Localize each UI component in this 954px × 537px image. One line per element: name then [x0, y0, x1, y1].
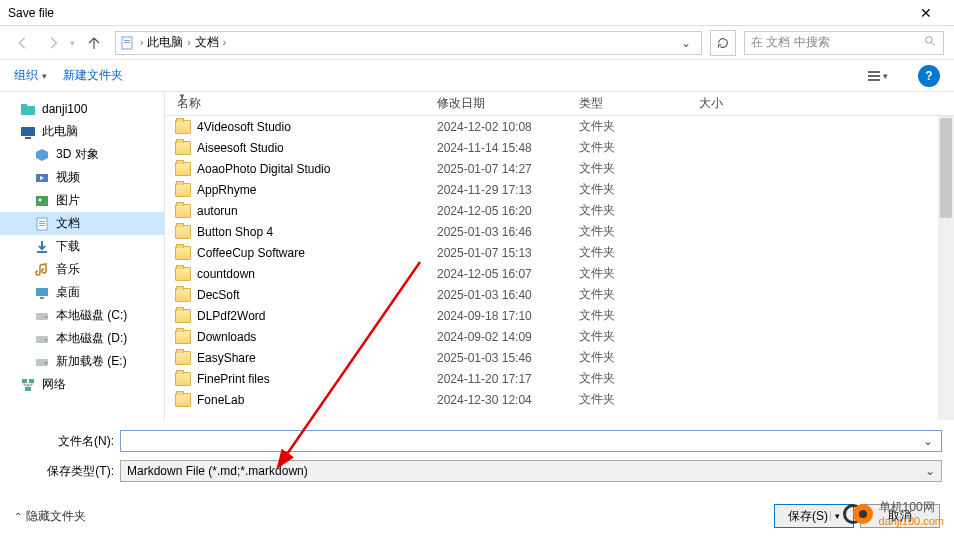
sidebar-item[interactable]: danji100: [0, 98, 164, 120]
file-row[interactable]: DecSoft2025-01-03 16:40文件夹: [165, 284, 954, 305]
sidebar-item[interactable]: 下载: [0, 235, 164, 258]
chevron-right-icon[interactable]: ›: [185, 37, 192, 48]
folder-icon: [175, 309, 191, 323]
file-row[interactable]: DLPdf2Word2024-09-18 17:10文件夹: [165, 305, 954, 326]
sidebar-item[interactable]: 3D 对象: [0, 143, 164, 166]
folder-icon: [175, 162, 191, 176]
footer: ⌃隐藏文件夹 保存(S)▾ 取消: [0, 496, 954, 536]
svg-rect-10: [21, 127, 35, 136]
file-type: 文件夹: [579, 370, 699, 387]
svg-rect-6: [868, 75, 880, 77]
file-row[interactable]: Downloads2024-09-02 14:09文件夹: [165, 326, 954, 347]
file-list[interactable]: 4Videosoft Studio2024-12-02 10:08文件夹Aise…: [165, 116, 954, 420]
titlebar: Save file ✕: [0, 0, 954, 26]
breadcrumb-item[interactable]: 文档: [195, 34, 219, 51]
documents-icon: [34, 216, 50, 232]
file-name: 4Videosoft Studio: [197, 120, 291, 134]
column-headers[interactable]: ▼ 名称 修改日期 类型 大小: [165, 92, 954, 116]
svg-rect-28: [22, 379, 27, 383]
chevron-right-icon[interactable]: ›: [138, 37, 145, 48]
network-icon: [20, 377, 36, 393]
sidebar-item[interactable]: 本地磁盘 (C:): [0, 304, 164, 327]
col-modified[interactable]: 修改日期: [425, 95, 567, 112]
file-row[interactable]: countdown2024-12-05 16:07文件夹: [165, 263, 954, 284]
recent-dropdown-icon[interactable]: ▾: [70, 38, 75, 48]
file-row[interactable]: CoffeeCup Software2025-01-07 15:13文件夹: [165, 242, 954, 263]
refresh-button[interactable]: [710, 30, 736, 56]
search-placeholder: 在 文档 中搜索: [751, 34, 830, 51]
sidebar-item[interactable]: 文档: [0, 212, 164, 235]
help-button[interactable]: ?: [918, 65, 940, 87]
svg-rect-20: [36, 288, 48, 296]
sidebar-item-label: 3D 对象: [56, 146, 99, 163]
dropdown-icon[interactable]: ⌄: [919, 434, 937, 448]
watermark: 单机100网danji100.com: [843, 499, 944, 529]
sidebar-item[interactable]: 图片: [0, 189, 164, 212]
sidebar-item[interactable]: 此电脑: [0, 120, 164, 143]
col-size[interactable]: 大小: [687, 95, 767, 112]
svg-rect-18: [39, 225, 45, 226]
close-icon[interactable]: ✕: [906, 5, 946, 21]
chevron-up-icon: ⌃: [14, 511, 22, 522]
file-row[interactable]: 4Videosoft Studio2024-12-02 10:08文件夹: [165, 116, 954, 137]
sidebar-item[interactable]: 视频: [0, 166, 164, 189]
svg-rect-30: [25, 387, 31, 391]
sidebar-item-label: 桌面: [56, 284, 80, 301]
view-options-button[interactable]: ▾: [861, 67, 894, 85]
file-name: Button Shop 4: [197, 225, 273, 239]
folder-icon: [175, 141, 191, 155]
sidebar-item-label: 本地磁盘 (D:): [56, 330, 127, 347]
filename-input[interactable]: ⌄: [120, 430, 942, 452]
file-type: 文件夹: [579, 244, 699, 261]
address-bar[interactable]: › 此电脑 › 文档 › ⌄: [115, 31, 702, 55]
forward-button[interactable]: [40, 30, 66, 56]
file-row[interactable]: Aiseesoft Studio2024-11-14 15:48文件夹: [165, 137, 954, 158]
folder-icon: [175, 330, 191, 344]
folder-icon: [175, 393, 191, 407]
svg-point-23: [45, 316, 47, 318]
sidebar-item[interactable]: 新加载卷 (E:): [0, 350, 164, 373]
sidebar-item[interactable]: 本地磁盘 (D:): [0, 327, 164, 350]
sidebar-item-label: 下载: [56, 238, 80, 255]
svg-rect-17: [39, 223, 45, 224]
file-row[interactable]: AoaoPhoto Digital Studio2025-01-07 14:27…: [165, 158, 954, 179]
sidebar-item-label: 网络: [42, 376, 66, 393]
svg-point-27: [45, 362, 47, 364]
file-row[interactable]: AppRhyme2024-11-29 17:13文件夹: [165, 179, 954, 200]
nav-toolbar: ▾ › 此电脑 › 文档 › ⌄ 在 文档 中搜索: [0, 26, 954, 60]
filetype-select[interactable]: Markdown File (*.md;*.markdown)⌄: [120, 460, 942, 482]
back-button[interactable]: [10, 30, 36, 56]
col-type[interactable]: 类型: [567, 95, 687, 112]
scrollbar-thumb[interactable]: [940, 118, 952, 218]
sidebar-item-label: 此电脑: [42, 123, 78, 140]
svg-rect-29: [29, 379, 34, 383]
file-row[interactable]: EasyShare2025-01-03 15:46文件夹: [165, 347, 954, 368]
hide-folders-toggle[interactable]: ⌃隐藏文件夹: [14, 508, 768, 525]
organize-button[interactable]: 组织▾: [14, 67, 47, 84]
folder-icon: [175, 372, 191, 386]
col-name[interactable]: 名称: [165, 95, 425, 112]
sidebar-item[interactable]: 网络: [0, 373, 164, 396]
chevron-right-icon[interactable]: ›: [221, 37, 228, 48]
3d-icon: [34, 147, 50, 163]
folder-teal-icon: [20, 101, 36, 117]
window-title: Save file: [8, 6, 906, 20]
scrollbar[interactable]: [938, 116, 954, 420]
up-button[interactable]: [81, 30, 107, 56]
folder-icon: [175, 351, 191, 365]
sidebar-item[interactable]: 桌面: [0, 281, 164, 304]
sidebar-item[interactable]: 音乐: [0, 258, 164, 281]
sidebar-item-label: 本地磁盘 (C:): [56, 307, 127, 324]
file-row[interactable]: FoneLab2024-12-30 12:04文件夹: [165, 389, 954, 410]
new-folder-button[interactable]: 新建文件夹: [63, 67, 123, 84]
file-row[interactable]: Button Shop 42025-01-03 16:46文件夹: [165, 221, 954, 242]
file-row[interactable]: autorun2024-12-05 16:20文件夹: [165, 200, 954, 221]
file-row[interactable]: FinePrint files2024-11-20 17:17文件夹: [165, 368, 954, 389]
dropdown-icon[interactable]: ⌄: [925, 464, 935, 478]
search-input[interactable]: 在 文档 中搜索: [744, 31, 944, 55]
address-dropdown-icon[interactable]: ⌄: [675, 36, 697, 50]
breadcrumb-item[interactable]: 此电脑: [147, 34, 183, 51]
sidebar[interactable]: danji100此电脑3D 对象视频图片文档下载音乐桌面本地磁盘 (C:)本地磁…: [0, 92, 165, 420]
sidebar-item-label: danji100: [42, 102, 87, 116]
downloads-icon: [34, 239, 50, 255]
